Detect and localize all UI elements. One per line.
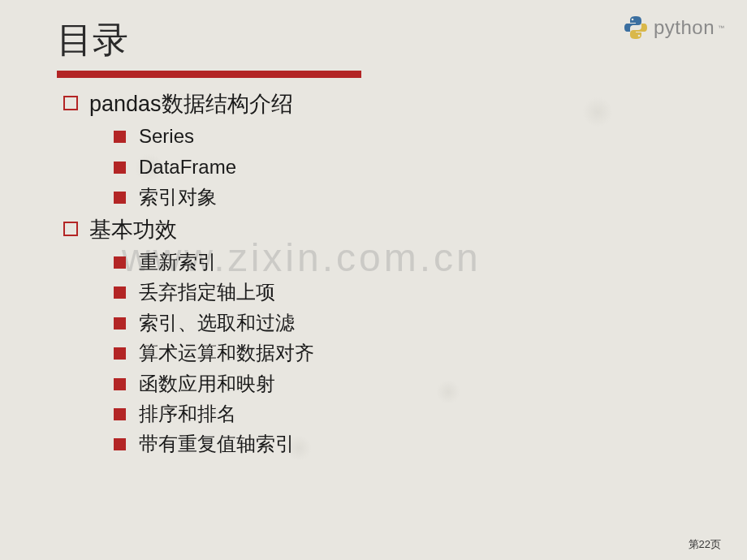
level2-label: 索引对象 — [139, 184, 217, 210]
outline-level2-item: 函数应用和映射 — [114, 371, 690, 397]
slide-title: 目录 — [57, 16, 690, 64]
outline-level1-item: pandas数据结构介绍 — [63, 89, 690, 118]
outline-level2-item: 索引、选取和过滤 — [114, 310, 690, 336]
level1-label: 基本功效 — [89, 215, 177, 244]
filled-square-bullet-icon — [114, 438, 126, 450]
outline-level1-item: 基本功效 — [63, 215, 690, 244]
outline: pandas数据结构介绍 Series DataFrame 索引对象 基本功效 — [57, 89, 690, 458]
filled-square-bullet-icon — [114, 286, 126, 299]
level1-label: pandas数据结构介绍 — [89, 89, 293, 118]
outline-level2-item: 丢弃指定轴上项 — [114, 279, 690, 305]
filled-square-bullet-icon — [114, 162, 126, 174]
slide-content: 目录 pandas数据结构介绍 Series DataFrame 索引对象 基本… — [0, 0, 747, 458]
level2-label: 重新索引 — [139, 249, 217, 275]
filled-square-bullet-icon — [114, 131, 126, 143]
level2-label: 索引、选取和过滤 — [139, 310, 295, 336]
filled-square-bullet-icon — [114, 317, 126, 330]
level2-label: DataFrame — [139, 154, 236, 180]
level2-label: Series — [139, 123, 194, 149]
outline-level2-item: 排序和排名 — [114, 401, 690, 427]
filled-square-bullet-icon — [114, 347, 126, 360]
level2-container: 重新索引 丢弃指定轴上项 索引、选取和过滤 算术运算和数据对齐 函数应用和映射 … — [63, 249, 690, 458]
level2-label: 排序和排名 — [139, 401, 236, 427]
outline-level2-item: Series — [114, 123, 690, 149]
level2-label: 带有重复值轴索引 — [139, 431, 295, 457]
level2-label: 函数应用和映射 — [139, 371, 275, 397]
filled-square-bullet-icon — [114, 192, 126, 204]
hollow-square-bullet-icon — [63, 222, 78, 236]
outline-level2-item: 带有重复值轴索引 — [114, 431, 690, 457]
outline-level2-item: 索引对象 — [114, 184, 690, 210]
outline-level2-item: 重新索引 — [114, 249, 690, 275]
filled-square-bullet-icon — [114, 378, 126, 390]
page-number: 第22页 — [689, 537, 721, 552]
level2-label: 算术运算和数据对齐 — [139, 340, 314, 366]
title-underline — [57, 71, 361, 78]
outline-level2-item: 算术运算和数据对齐 — [114, 340, 690, 366]
filled-square-bullet-icon — [114, 256, 126, 269]
hollow-square-bullet-icon — [63, 96, 78, 110]
filled-square-bullet-icon — [114, 408, 126, 420]
outline-level2-item: DataFrame — [114, 154, 690, 180]
level2-container: Series DataFrame 索引对象 — [63, 123, 690, 210]
level2-label: 丢弃指定轴上项 — [139, 279, 275, 305]
